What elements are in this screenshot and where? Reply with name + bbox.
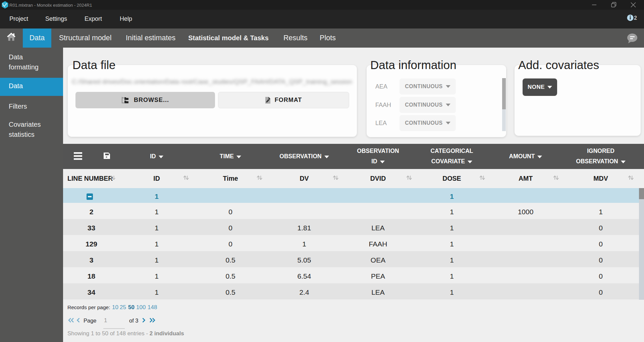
svg-text:2: 2: [634, 15, 637, 21]
